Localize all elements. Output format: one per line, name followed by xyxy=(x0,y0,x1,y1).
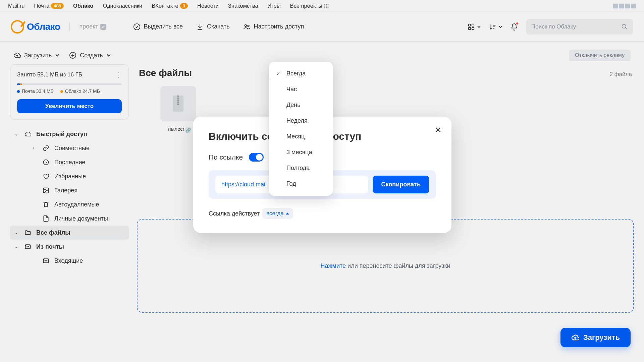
image-icon xyxy=(42,187,50,194)
nav-label: Автоудаляемые xyxy=(54,201,99,208)
upload-fab[interactable]: Загрузить xyxy=(560,328,631,347)
upload-label: Загрузить xyxy=(24,52,52,59)
nav-recent[interactable]: Последние xyxy=(10,155,129,169)
download-icon xyxy=(196,23,204,31)
menu-item-always[interactable]: ✓Всегда xyxy=(269,66,333,81)
expand-storage-button[interactable]: Увеличить место xyxy=(17,99,122,113)
topnav-vk[interactable]: ВКонтакте3 xyxy=(152,3,188,9)
svg-point-7 xyxy=(326,7,327,8)
chevron-down-icon: ⌄ xyxy=(15,230,19,235)
upload-dropzone[interactable]: Нажмите или перенесите файлы для загрузк… xyxy=(137,219,634,313)
nav-all-files[interactable]: ⌄ Все файлы xyxy=(10,226,129,240)
vk-mini-icon: w xyxy=(100,24,106,30)
plus-circle-icon xyxy=(69,52,76,59)
nav-gallery[interactable]: Галерея xyxy=(10,183,129,197)
logo[interactable]: Облако xyxy=(11,20,60,34)
menu-item-week[interactable]: Неделя xyxy=(269,113,333,129)
menu-item-day[interactable]: День xyxy=(269,97,333,113)
topnav-allprojects-label: Все проекты xyxy=(290,3,322,9)
topnav-ok[interactable]: Одноклассники xyxy=(103,3,142,9)
share-label: Настроить доступ xyxy=(254,23,304,30)
svg-rect-13 xyxy=(472,24,474,26)
menu-item-month[interactable]: Месяц xyxy=(269,129,333,144)
disable-ads-button[interactable]: Отключить рекламу xyxy=(569,50,631,61)
svg-point-5 xyxy=(327,5,328,6)
expiry-value: всегда xyxy=(266,210,284,217)
close-button[interactable]: ✕ xyxy=(435,125,441,135)
expiry-dropdown-button[interactable]: всегда xyxy=(262,208,293,219)
storage-menu-button[interactable]: ⋮ xyxy=(115,71,122,79)
menu-item-year[interactable]: Год xyxy=(269,176,333,192)
nav-documents[interactable]: Личные документы xyxy=(10,212,129,226)
user-avatar-area[interactable] xyxy=(613,4,636,8)
search-icon xyxy=(621,23,628,30)
nav-from-mail[interactable]: ⌄ Из почты xyxy=(10,240,129,254)
topnav-cloud[interactable]: Облако xyxy=(73,3,93,9)
topnav-news[interactable]: Новости xyxy=(197,3,219,9)
svg-rect-15 xyxy=(472,27,474,29)
topnav-mailru[interactable]: Mail.ru xyxy=(8,3,25,9)
vk-badge: 3 xyxy=(180,3,188,9)
file-tile[interactable]: 🔗 пылесос xyxy=(160,86,196,132)
topnav-games[interactable]: Игры xyxy=(268,3,281,9)
copy-button[interactable]: Скопировать xyxy=(373,176,429,193)
menu-item-hour[interactable]: Час xyxy=(269,81,333,97)
svg-point-16 xyxy=(622,24,626,28)
logo-text: Облако xyxy=(27,21,60,32)
portal-topnav: Mail.ru Почта488 Облако Одноклассники ВК… xyxy=(0,0,644,12)
topnav-dating[interactable]: Знакомства xyxy=(228,3,258,9)
svg-point-4 xyxy=(326,5,327,6)
select-all-button[interactable]: Выделить все xyxy=(133,23,183,31)
fab-label: Загрузить xyxy=(583,333,620,342)
svg-point-2 xyxy=(327,4,328,5)
logo-icon xyxy=(11,20,24,34)
menu-item-3months[interactable]: 3 месяца xyxy=(269,144,333,160)
check-icon: ✓ xyxy=(276,71,280,76)
nav-autodelete[interactable]: Автоудаляемые xyxy=(10,197,129,212)
view-mode-button[interactable] xyxy=(468,23,481,31)
nav-label: Быстрый доступ xyxy=(36,131,87,138)
cloud-upload-icon xyxy=(571,334,579,342)
nav-label: Избранные xyxy=(54,173,86,180)
dropzone-text: или перенесите файлы для загрузки xyxy=(346,262,450,269)
cloud-icon xyxy=(24,130,32,138)
chevron-right-icon: › xyxy=(33,146,38,150)
clock-icon xyxy=(42,159,50,166)
topnav-mail[interactable]: Почта488 xyxy=(34,3,64,9)
nav-label: Входящие xyxy=(54,257,83,264)
search-input[interactable]: Поиск по Облаку xyxy=(526,19,633,35)
link-toggle[interactable] xyxy=(249,153,264,162)
envelope-icon xyxy=(24,243,32,250)
page-title: Все файлы xyxy=(139,68,192,78)
download-button[interactable]: Скачать xyxy=(196,23,230,31)
share-settings-button[interactable]: Настроить доступ xyxy=(243,23,304,31)
shared-badge-icon: 🔗 xyxy=(184,126,193,134)
notification-dot xyxy=(516,22,518,24)
nav-label: Личные документы xyxy=(54,215,108,222)
svg-point-3 xyxy=(324,5,325,6)
nav-label: Галерея xyxy=(54,187,77,194)
upload-menu-button[interactable]: Загрузить xyxy=(13,52,60,59)
search-placeholder: Поиск по Облаку xyxy=(531,23,576,30)
topnav-allprojects[interactable]: Все проекты xyxy=(290,3,329,9)
nav-favorites[interactable]: Избранные xyxy=(10,169,129,183)
document-icon xyxy=(42,215,50,222)
dropzone-click-link[interactable]: Нажмите xyxy=(321,262,346,269)
storage-title: Занято 58.1 МБ из 16 ГБ xyxy=(17,71,82,78)
menu-item-halfyear[interactable]: Полгода xyxy=(269,160,333,176)
triangle-up-icon xyxy=(286,213,289,215)
file-count: 2 файла xyxy=(610,71,632,78)
check-circle-icon xyxy=(133,23,141,31)
nav-shared[interactable]: › Совместные xyxy=(10,141,129,155)
notifications-button[interactable] xyxy=(511,23,518,31)
create-menu-button[interactable]: Создать xyxy=(69,52,111,59)
nav-quick-access[interactable]: ⌄ Быстрый доступ xyxy=(10,127,129,141)
svg-rect-14 xyxy=(469,27,471,29)
create-label: Создать xyxy=(80,52,103,59)
chevron-down-icon xyxy=(498,25,502,29)
nav-inbox[interactable]: Входящие xyxy=(10,254,129,268)
sort-button[interactable] xyxy=(489,23,502,31)
grid-icon xyxy=(468,23,475,31)
svg-point-10 xyxy=(245,24,247,26)
by-link-label: По ссылке xyxy=(209,153,243,161)
